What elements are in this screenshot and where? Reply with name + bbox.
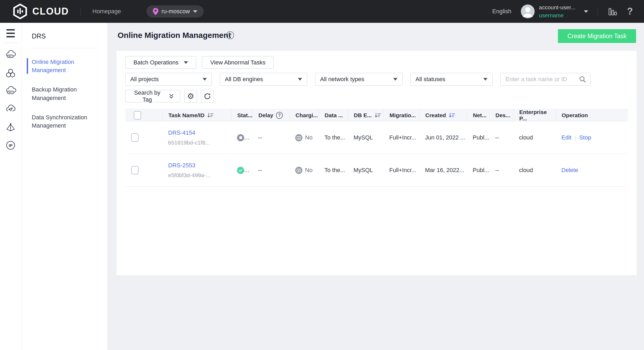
gear-icon: ⚙	[187, 92, 194, 100]
stop-link[interactable]: Stop	[579, 134, 591, 141]
location-pin-icon	[153, 8, 158, 15]
status-text: ...	[244, 134, 250, 141]
task-name-link[interactable]: DRS-4154	[168, 129, 195, 136]
region-selector[interactable]: ru-moscow	[146, 5, 204, 18]
sidebar-item-online-migration[interactable]: Online Migration Management	[21, 58, 101, 74]
chevron-down-icon	[298, 78, 302, 81]
col-charging: Chargi...	[296, 112, 318, 119]
delay-value: --	[258, 134, 262, 141]
menu-toggle-icon[interactable]	[6, 29, 15, 37]
batch-operations-button[interactable]: Batch Operations	[125, 56, 196, 69]
col-data-flow: Data ...	[325, 112, 343, 119]
page-title: Online Migration Management	[118, 31, 231, 40]
project-filter-select[interactable]: All projects	[125, 73, 212, 86]
db-engine-value: MySQL	[354, 134, 373, 141]
chevron-down-icon	[483, 78, 488, 81]
batch-operations-label: Batch Operations	[133, 59, 178, 66]
search-by-tag-button[interactable]: Search by Tag	[125, 90, 180, 102]
db-engine-filter-value: All DB engines	[225, 76, 263, 83]
account-name: account-user...	[539, 4, 575, 11]
refresh-icon	[204, 93, 211, 100]
svg-text:IP: IP	[9, 143, 12, 148]
refresh-button[interactable]	[201, 90, 214, 103]
cloud-logo-icon	[13, 3, 28, 19]
sidebar-item-data-synchronization[interactable]: Data Synchronization Management	[21, 113, 101, 130]
service-sidebar: DRS Online Migration Management Backup M…	[21, 23, 108, 350]
homepage-link[interactable]: Homepage	[92, 8, 121, 15]
col-task-name: Task Name/ID	[168, 112, 204, 119]
logo-text: CLOUD	[32, 6, 69, 17]
region-label: ru-moscow	[162, 8, 190, 15]
row-checkbox[interactable]	[131, 166, 138, 174]
operation-divider: |	[575, 135, 576, 141]
billing-mode-icon	[295, 167, 302, 174]
rail-item-ecs-icon[interactable]	[5, 49, 16, 61]
status-filter-value: All statuses	[415, 76, 445, 83]
select-all-checkbox[interactable]	[134, 111, 141, 120]
logo[interactable]: CLOUD	[13, 3, 69, 19]
success-status-icon	[237, 167, 244, 174]
row-checkbox[interactable]	[131, 133, 138, 142]
col-network: Net...	[473, 112, 486, 119]
migration-type-value: Full+Incr...	[389, 134, 416, 141]
col-delay: Delay	[258, 112, 273, 119]
network-type-filter-select[interactable]: All network types	[315, 73, 402, 86]
task-search-input[interactable]	[506, 76, 579, 83]
status-filter-select[interactable]: All statuses	[410, 73, 493, 86]
tasks-table: Task Name/ID Stat... Delay ? Chargi... D…	[125, 109, 628, 187]
col-migration-type: Migratio...	[390, 112, 416, 119]
delay-help-icon[interactable]: ?	[276, 112, 283, 119]
task-name-link[interactable]: DRS-2553	[168, 162, 195, 169]
account-menu[interactable]: account-user... username	[521, 4, 588, 19]
sidebar-item-backup-migration[interactable]: Backup Migration Management	[21, 85, 101, 102]
db-engine-filter-select[interactable]: All DB engines	[220, 73, 307, 86]
edit-link[interactable]: Edit	[561, 134, 571, 141]
sort-icon[interactable]	[374, 112, 381, 118]
usage-stats-icon[interactable]	[607, 6, 618, 16]
icon-rail: IP	[0, 23, 21, 350]
db-engine-value: MySQL	[354, 167, 373, 174]
chevron-down-icon	[584, 10, 588, 13]
delete-link[interactable]: Delete	[561, 167, 578, 174]
username: username	[539, 12, 575, 19]
col-operation: Operation	[562, 112, 588, 119]
chevron-down-icon	[193, 10, 197, 13]
rail-item-eip-icon[interactable]: IP	[5, 139, 16, 151]
rail-item-cloud-send-icon[interactable]	[5, 103, 16, 115]
enterprise-project-value: cloud	[519, 167, 533, 174]
help-icon[interactable]: ?	[627, 6, 633, 17]
language-selector[interactable]: English	[492, 8, 511, 15]
main-area: Online Migration Management ? Create Mig…	[108, 23, 644, 350]
column-settings-button[interactable]: ⚙	[184, 90, 197, 103]
page-help-icon[interactable]: ?	[226, 31, 234, 39]
search-icon[interactable]	[579, 75, 587, 83]
sort-icon-active[interactable]	[449, 112, 455, 118]
task-id: e5f0bf3d-499a-...	[168, 172, 211, 178]
service-title: DRS	[32, 32, 107, 40]
chevron-down-icon	[393, 78, 397, 81]
table-header-row: Task Name/ID Stat... Delay ? Chargi... D…	[125, 109, 628, 121]
charging-value: No	[305, 134, 312, 141]
status-text: ...	[244, 167, 250, 174]
rail-item-prism-icon[interactable]	[5, 121, 16, 133]
migration-type-value: Full+Incr...	[389, 167, 416, 174]
project-filter-value: All projects	[130, 76, 159, 83]
rail-item-cloud-server-icon[interactable]	[5, 85, 16, 97]
rail-divider	[3, 43, 18, 43]
description-value: --	[495, 134, 499, 141]
view-abnormal-tasks-button[interactable]: View Abnormal Tasks	[202, 56, 274, 69]
created-value: Jun 01, 2022 ...	[425, 134, 465, 141]
sidebar-divider	[32, 48, 96, 48]
enterprise-project-value: cloud	[519, 134, 533, 141]
view-abnormal-label: View Abnormal Tasks	[210, 59, 265, 66]
network-value: Publ...	[473, 134, 489, 141]
create-migration-task-button[interactable]: Create Migration Task	[558, 29, 636, 43]
paused-status-icon	[237, 134, 244, 141]
sort-icon[interactable]	[207, 112, 214, 118]
table-row: DRS-4154 b51819bd-c1f8... ... --	[125, 121, 628, 154]
network-type-filter-value: All network types	[320, 76, 364, 83]
search-by-tag-label: Search by Tag	[131, 89, 164, 103]
double-chevron-down-icon	[168, 93, 175, 100]
rail-item-cluster-icon[interactable]	[5, 67, 16, 79]
chevron-down-icon	[184, 61, 188, 64]
